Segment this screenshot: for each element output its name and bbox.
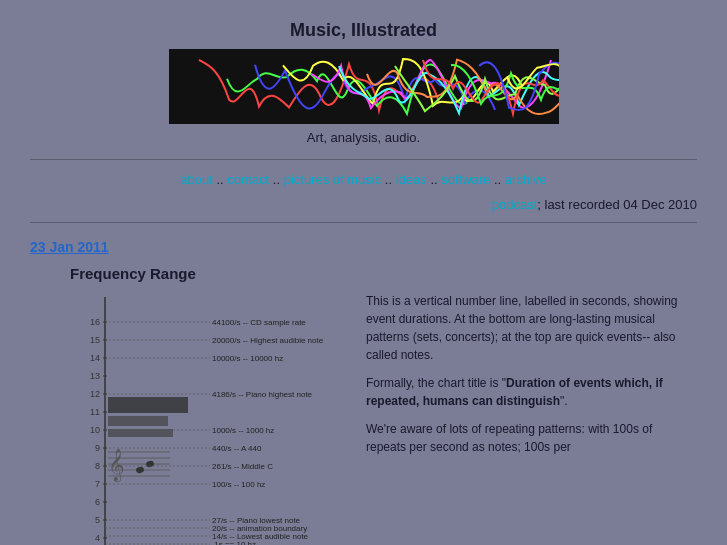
chart-container: 1 2 3 4 5 6 7 8 9 10 11 12 13 14 15 16 bbox=[70, 292, 350, 545]
podcast-suffix: ; last recorded 04 Dec 2010 bbox=[537, 197, 697, 212]
svg-rect-42 bbox=[108, 397, 188, 413]
divider-1 bbox=[30, 159, 697, 160]
svg-point-41 bbox=[135, 466, 144, 474]
svg-text:1000/s -- 1000 hz: 1000/s -- 1000 hz bbox=[212, 426, 274, 435]
svg-text:440/s -- A 440: 440/s -- A 440 bbox=[212, 444, 262, 453]
svg-text:6: 6 bbox=[95, 497, 100, 507]
site-title: Music, Illustrated bbox=[30, 10, 697, 49]
desc-para1: This is a vertical number line, labelled… bbox=[366, 292, 687, 364]
svg-text:10000/s -- 10000 hz: 10000/s -- 10000 hz bbox=[212, 354, 283, 363]
desc-para2: Formally, the chart title is "Duration o… bbox=[366, 374, 687, 410]
post-date[interactable]: 23 Jan 2011 bbox=[30, 235, 697, 265]
svg-text:13: 13 bbox=[90, 371, 100, 381]
svg-text:10: 10 bbox=[90, 425, 100, 435]
svg-rect-43 bbox=[108, 416, 168, 426]
svg-text:12: 12 bbox=[90, 389, 100, 399]
nav-sep-4: .. bbox=[430, 172, 441, 187]
nav-contact[interactable]: contact bbox=[227, 172, 269, 187]
nav-about[interactable]: about bbox=[180, 172, 213, 187]
nav-pictures[interactable]: pictures of music bbox=[284, 172, 382, 187]
svg-text:.1s == 10 hz: .1s == 10 hz bbox=[212, 540, 256, 545]
nav-software[interactable]: software bbox=[441, 172, 490, 187]
nav-bar: about .. contact .. pictures of music ..… bbox=[30, 166, 697, 193]
svg-point-40 bbox=[145, 460, 154, 468]
svg-text:5: 5 bbox=[95, 515, 100, 525]
header-image bbox=[169, 49, 559, 124]
nav-sep-3: .. bbox=[385, 172, 396, 187]
nav-sep-1: .. bbox=[216, 172, 227, 187]
nav-archive[interactable]: archive bbox=[505, 172, 547, 187]
podcast-line: podcast; last recorded 04 Dec 2010 bbox=[30, 193, 697, 218]
tagline: Art, analysis, audio. bbox=[30, 124, 697, 153]
svg-text:7: 7 bbox=[95, 479, 100, 489]
svg-text:4: 4 bbox=[95, 533, 100, 543]
podcast-link[interactable]: podcast bbox=[492, 197, 538, 212]
description-text: This is a vertical number line, labelled… bbox=[366, 292, 687, 545]
svg-text:15: 15 bbox=[90, 335, 100, 345]
svg-text:100/s -- 100 hz: 100/s -- 100 hz bbox=[212, 480, 265, 489]
svg-text:20000/s -- Highest audible not: 20000/s -- Highest audible note bbox=[212, 336, 324, 345]
svg-text:261/s -- Middle C: 261/s -- Middle C bbox=[212, 462, 273, 471]
content-area: 1 2 3 4 5 6 7 8 9 10 11 12 13 14 15 16 bbox=[30, 292, 697, 545]
svg-text:𝄞: 𝄞 bbox=[108, 448, 125, 483]
nav-sep-2: .. bbox=[273, 172, 284, 187]
post-title: Frequency Range bbox=[30, 265, 697, 292]
nav-ideas[interactable]: ideas bbox=[396, 172, 427, 187]
svg-text:16: 16 bbox=[90, 317, 100, 327]
frequency-chart: 1 2 3 4 5 6 7 8 9 10 11 12 13 14 15 16 bbox=[70, 292, 350, 545]
svg-text:9: 9 bbox=[95, 443, 100, 453]
svg-text:4186/s -- Piano highest note: 4186/s -- Piano highest note bbox=[212, 390, 313, 399]
nav-sep-5: .. bbox=[494, 172, 505, 187]
divider-2 bbox=[30, 222, 697, 223]
svg-text:14: 14 bbox=[90, 353, 100, 363]
svg-text:44100/s -- CD sample rate: 44100/s -- CD sample rate bbox=[212, 318, 306, 327]
desc-para3: We're aware of lots of repeating pattern… bbox=[366, 420, 687, 456]
svg-text:8: 8 bbox=[95, 461, 100, 471]
svg-text:11: 11 bbox=[90, 407, 100, 417]
